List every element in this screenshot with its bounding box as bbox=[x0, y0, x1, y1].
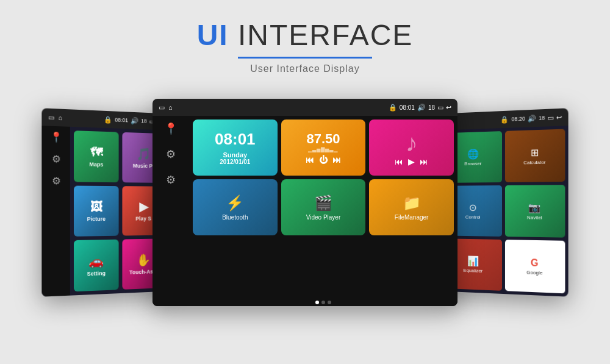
center-sidebar: 📍 ⚙ ⚙ bbox=[152, 116, 189, 306]
video-tile[interactable]: 🎬 Video Player bbox=[281, 179, 366, 235]
right-screen: ▭ 🔒 08:20 🔊 18 ▭ ↩ 🌐 Browser ⊞ Calculato… bbox=[442, 108, 569, 296]
bluetooth-icon: ⚡ bbox=[226, 194, 244, 212]
center-settings-icon: ⚙ bbox=[166, 173, 176, 187]
maps-tile[interactable]: 🗺 Maps bbox=[74, 130, 118, 182]
video-label: Video Player bbox=[306, 214, 341, 221]
location-icon: 📍 bbox=[49, 131, 62, 143]
file-label: FileManager bbox=[395, 214, 429, 221]
file-manager-tile[interactable]: 📁 FileManager bbox=[369, 179, 454, 235]
main-title: UI INTERFACE bbox=[197, 18, 414, 52]
left-screen: ▭ ⌂ 🔒 08:01 🔊 18 ▭ ↩ 📍 ⚙ ⚙ 🗺 Maps bbox=[41, 108, 168, 296]
right-screen-body: 🌐 Browser ⊞ Calculator ⊙ Control 📷 Navit… bbox=[442, 126, 569, 297]
music-note-icon: ♪ bbox=[406, 129, 418, 157]
settings-icon: ⚙ bbox=[52, 175, 60, 187]
header-section: UI INTERFACE User Interface Display bbox=[197, 18, 414, 74]
sliders-icon: ⚙ bbox=[52, 153, 60, 165]
video-icon: 🎬 bbox=[314, 194, 332, 212]
radio-freq: 87.50 bbox=[306, 131, 340, 147]
radio-tile[interactable]: 87.50 ▁▃▅▇▅▃▁ ⏮ ⏻ ⏭ bbox=[281, 120, 366, 176]
bluetooth-label: Bluetooth bbox=[222, 214, 248, 221]
screens-container: ▭ ⌂ 🔒 08:01 🔊 18 ▭ ↩ 📍 ⚙ ⚙ 🗺 Maps bbox=[30, 93, 580, 312]
title-ui: UI bbox=[197, 19, 229, 51]
radio-controls: ⏮ ⏻ ⏭ bbox=[306, 155, 341, 165]
radio-waveform: ▁▃▅▇▅▃▁ bbox=[308, 147, 338, 152]
center-status-bar: ▭ ⌂ 🔒 08:01 🔊 18 ▭ ↩ bbox=[152, 99, 458, 116]
center-app-grid: 08:01 Sunday 2012/01/01 87.50 ▁▃▅▇▅▃▁ ⏮ … bbox=[189, 116, 458, 299]
music-controls: ⏮ ▶ ⏭ bbox=[395, 157, 428, 166]
title-divider bbox=[238, 57, 372, 59]
picture-tile[interactable]: 🖼 Picture bbox=[74, 185, 118, 237]
header-subtitle: User Interface Display bbox=[197, 63, 414, 74]
left-screen-body: 📍 ⚙ ⚙ 🗺 Maps 🎵 Music Pl 🖼 Picture bbox=[41, 126, 168, 297]
google-tile[interactable]: G Google bbox=[504, 240, 565, 293]
setting-tile[interactable]: 🚗 Setting bbox=[74, 240, 118, 291]
clock-date: 2012/01/01 bbox=[220, 159, 250, 165]
clock-tile[interactable]: 08:01 Sunday 2012/01/01 bbox=[193, 120, 278, 176]
title-interface: INTERFACE bbox=[238, 19, 413, 51]
file-icon: 📁 bbox=[403, 194, 421, 212]
center-page-dots bbox=[189, 299, 458, 306]
calculator-tile[interactable]: ⊞ Calculator bbox=[504, 129, 565, 182]
center-screen: ▭ ⌂ 🔒 08:01 🔊 18 ▭ ↩ 📍 ⚙ ⚙ bbox=[152, 99, 458, 306]
left-sidebar: 📍 ⚙ ⚙ bbox=[41, 126, 70, 297]
center-screen-body: 📍 ⚙ ⚙ 08:01 Sunday 2012/01/01 87.50 ▁▃▅▇… bbox=[152, 116, 458, 306]
bluetooth-tile[interactable]: ⚡ Bluetooth bbox=[193, 179, 278, 235]
center-location-icon: 📍 bbox=[164, 122, 178, 135]
clock-time: 08:01 bbox=[215, 130, 256, 149]
music-tile-center[interactable]: ♪ ⏮ ▶ ⏭ bbox=[369, 120, 454, 176]
navitel-tile[interactable]: 📷 Navitel bbox=[504, 185, 565, 238]
clock-day: Sunday bbox=[223, 151, 247, 159]
right-app-grid: 🌐 Browser ⊞ Calculator ⊙ Control 📷 Navit… bbox=[442, 126, 569, 297]
center-sliders-icon: ⚙ bbox=[166, 148, 176, 161]
